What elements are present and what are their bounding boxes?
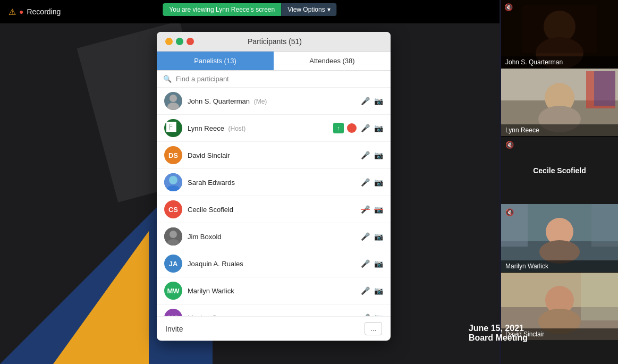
host-actions: ↑ (333, 123, 357, 133)
mic-muted-icon: 🎤 (361, 286, 370, 295)
panel-header: Participants (51) (157, 32, 391, 52)
svg-text:🅱: 🅱 (166, 122, 176, 133)
svg-rect-24 (591, 204, 618, 247)
list-item: MW Marilyn Warlick 🎤 📷 (157, 277, 391, 304)
video-name-label: Marilyn Warlick (501, 260, 618, 272)
participant-controls: 🎤 📷 (361, 97, 383, 105)
video-name-label: John S. Quarterman (501, 56, 618, 68)
meeting-date: June 15, 2021 (469, 324, 528, 333)
mute-icon: 🔇 (505, 141, 514, 149)
avatar (164, 173, 182, 191)
participant-list: John S. Quarterman (Me) 🎤 📷 🅱 Lynn Reece… (157, 88, 391, 316)
mic-icon: 🎤 (361, 178, 370, 187)
camera-icon: 📷 (374, 314, 383, 316)
list-item: Sarah Edwards 🎤 📷 (157, 169, 391, 196)
recording-indicator: ⚠ ● Recording (0, 7, 69, 17)
top-bar: ⚠ ● Recording You are viewing Lynn Reece… (0, 0, 500, 23)
participant-name: Jim Boxold (188, 233, 355, 241)
meeting-name: Board Meeting (469, 333, 528, 343)
participant-controls: 🎤 📷 (361, 151, 383, 159)
svg-point-4 (169, 176, 177, 184)
maximize-button[interactable] (176, 38, 183, 45)
participant-name: Maxine Connor (188, 314, 355, 317)
camera-muted-icon: 📷 (374, 205, 383, 214)
avatar: JA (164, 255, 182, 273)
camera-icon: 📷 (374, 97, 383, 105)
viewing-badge: You are viewing Lynn Reece's screen (163, 3, 281, 16)
mic-muted-icon: 🎤 (361, 232, 370, 241)
avatar: DS (164, 146, 182, 164)
host-share-button[interactable]: ↑ (333, 123, 344, 133)
participant-name: Joaquin A. Ruales (188, 260, 355, 268)
participants-tabs: Panelists (13) Attendees (38) (157, 52, 391, 71)
video-thumb-quarterman: 🔇 John S. Quarterman (501, 0, 618, 68)
video-name-label: Lynn Reece (501, 124, 618, 136)
list-item: CS Cecile Scofield 🎤 📷 (157, 196, 391, 223)
avatar: 🅱 (164, 119, 182, 137)
participant-name: Lynn Reece (Host) (188, 124, 328, 132)
right-sidebar: 🔇 John S. Quarterman Lynn Reece Cecile S… (501, 0, 618, 364)
list-item: JA Joaquin A. Ruales 🎤 📷 (157, 250, 391, 277)
invite-button[interactable]: Invite (165, 325, 183, 333)
panel-window-controls (165, 38, 194, 45)
warning-icon: ⚠ (9, 7, 16, 17)
search-input[interactable] (176, 75, 384, 83)
list-item: MC Maxine Connor 🎤 📷 (157, 304, 391, 316)
avatar (164, 92, 182, 110)
mic-muted-icon: 🎤 (361, 205, 370, 214)
video-thumb-marilyn: 🔇 Marilyn Warlick (501, 204, 618, 272)
participant-name: David Sinclair (188, 151, 355, 159)
camera-icon: 📷 (374, 178, 383, 187)
camera-icon: 📷 (374, 286, 383, 295)
svg-point-1 (167, 103, 179, 110)
host-record-button[interactable] (347, 123, 357, 133)
minimize-button[interactable] (165, 38, 173, 45)
close-button[interactable] (187, 38, 194, 45)
video-thumb-cecile: Cecile Scofield 🔇 (501, 136, 618, 204)
cecile-name-display: Cecile Scofield (533, 166, 586, 175)
mic-icon: 🎤 (361, 151, 370, 159)
panel-footer: Invite ... (157, 316, 391, 341)
host-badge: (Host) (228, 125, 246, 132)
mute-indicator: 🔇 (504, 3, 513, 11)
view-options-button[interactable]: View Options ▾ (281, 3, 336, 16)
view-options-label: View Options (287, 6, 325, 13)
tab-attendees[interactable]: Attendees (38) (274, 52, 391, 70)
mute-icon: 🔇 (505, 208, 514, 216)
avatar: MC (164, 309, 182, 316)
svg-point-7 (170, 231, 177, 238)
participant-controls: 🎤 📷 (361, 178, 383, 187)
svg-point-0 (170, 95, 177, 102)
participants-panel: Participants (51) Panelists (13) Attende… (157, 32, 391, 341)
rec-dot: ● (19, 7, 23, 16)
camera-muted-icon: 📷 (374, 259, 383, 268)
participant-controls: 🎤 📷 (361, 205, 383, 214)
mic-muted-icon: 🎤 (361, 259, 370, 268)
bg-shape-gold (53, 231, 149, 364)
more-button[interactable]: ... (365, 322, 382, 335)
participant-controls: 🎤 📷 (361, 259, 383, 268)
participant-name: Marilyn Warlick (188, 287, 355, 295)
avatar: CS (164, 200, 182, 218)
me-badge: (Me) (254, 98, 267, 105)
recording-label: Recording (27, 7, 61, 16)
list-item: DS David Sinclair 🎤 📷 (157, 142, 391, 169)
avatar (164, 227, 182, 246)
svg-rect-18 (594, 71, 615, 106)
search-row: 🔍 (157, 71, 391, 88)
search-icon: 🔍 (163, 75, 172, 83)
camera-icon: 📷 (374, 151, 383, 159)
participant-controls: ↑ 🎤 📷 (333, 123, 383, 133)
participant-controls: 🎤 📷 (361, 314, 383, 316)
chevron-down-icon: ▾ (327, 6, 331, 13)
mic-muted-icon: 🎤 (361, 314, 370, 316)
video-thumb-lynnreece: Lynn Reece (501, 68, 618, 136)
camera-muted-icon: 📷 (374, 232, 383, 241)
panel-title: Participants (51) (194, 37, 355, 46)
mic-icon: 🎤 (361, 124, 370, 132)
avatar: MW (164, 282, 182, 300)
meeting-info: June 15, 2021 Board Meeting (469, 324, 528, 343)
participant-controls: 🎤 📷 (361, 232, 383, 241)
participant-name: Cecile Scofield (188, 206, 355, 214)
tab-panelists[interactable]: Panelists (13) (157, 52, 274, 70)
